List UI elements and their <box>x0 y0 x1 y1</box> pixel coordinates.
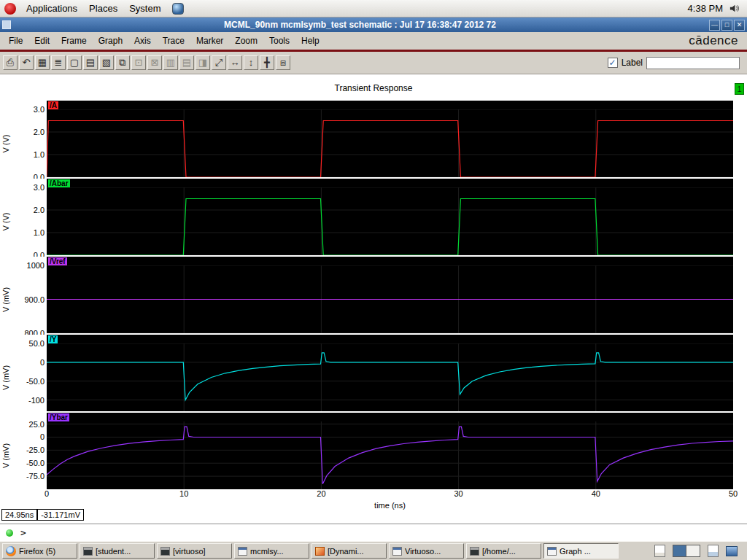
screen-icon[interactable] <box>726 546 738 556</box>
panel-right: 4:38 PM <box>688 3 743 14</box>
label-input[interactable] <box>646 57 740 69</box>
undo-icon[interactable]: ↶ <box>19 55 34 70</box>
plot-area-y[interactable]: /Y <box>47 335 733 411</box>
x-tick-label: 0 <box>44 489 49 498</box>
menu-file[interactable]: File <box>3 34 28 48</box>
menu-zoom[interactable]: Zoom <box>229 34 263 48</box>
workspace-switcher[interactable] <box>673 545 700 557</box>
overlay-mode-icon[interactable]: ▧ <box>99 55 114 70</box>
menu-frame[interactable]: Frame <box>55 34 93 48</box>
toolbar-right: ✓ Label <box>608 57 744 69</box>
cursor-y-value: -31.171mV <box>37 509 84 521</box>
trace-label-y[interactable]: /Y <box>48 335 58 343</box>
panel-menu-applications[interactable]: Applications <box>20 1 83 15</box>
system-tray <box>654 545 745 557</box>
zoom-fit-icon[interactable]: ⤢ <box>212 55 226 70</box>
grid-icon[interactable]: ▦ <box>35 55 50 70</box>
workspace-2[interactable] <box>686 545 700 556</box>
taskbar-buttons: Firefox (5)[student...[virtuoso]mcmlsy..… <box>2 543 619 559</box>
taskbar-button[interactable]: Virtuoso... <box>389 543 464 559</box>
strip-mode-icon[interactable]: ▤ <box>83 55 98 70</box>
menu-tools[interactable]: Tools <box>263 34 295 48</box>
pan-icon[interactable]: ╋ <box>260 55 274 70</box>
taskbar-button-label: [Dynami... <box>328 547 364 556</box>
redhat-menu-icon[interactable] <box>4 3 16 15</box>
plot-area-vref[interactable]: /Vref <box>47 257 733 333</box>
panel-menu-places[interactable]: Places <box>83 1 123 15</box>
y-axis-title-text: V (V) <box>1 134 10 152</box>
y-tick-label: 2.0 <box>34 206 44 214</box>
menu-marker[interactable]: Marker <box>190 34 229 48</box>
y-axis-title: V (V) <box>0 187 12 255</box>
y-axis-ybar: V (mV)25.00-25.0-50.0-75.0 <box>0 413 47 489</box>
print-icon[interactable]: ⎙ <box>3 55 18 70</box>
zoom-x-icon[interactable]: ↔ <box>228 55 242 70</box>
titlebar[interactable]: MCML_90nm mcmlsymb_test schematic : Jul … <box>0 18 747 32</box>
subwindow-icon[interactable]: ▢ <box>67 55 82 70</box>
panel-menu-system[interactable]: System <box>123 1 166 15</box>
taskbar-button[interactable]: [virtuoso] <box>157 543 232 559</box>
y-axis-title: V (mV) <box>0 265 12 333</box>
window-menus: FileEditFrameGraphAxisTraceMarkerZoomToo… <box>3 34 325 48</box>
graph-window: Transient Response 1 V (V)3.02.01.00.0/A… <box>0 74 747 524</box>
command-prompt[interactable]: > <box>20 527 26 538</box>
trace-label-ybar[interactable]: /Ybar <box>48 413 69 421</box>
x-axis-label: time (ns) <box>47 501 733 510</box>
volume-icon[interactable] <box>729 3 740 14</box>
clock[interactable]: 4:38 PM <box>688 3 723 14</box>
horiz-marker-icon[interactable]: ▤ <box>179 55 194 70</box>
snapshot-icon[interactable]: ⊡ <box>131 55 146 70</box>
vert-marker-icon[interactable]: ▥ <box>163 55 178 70</box>
panel-app-icon[interactable] <box>172 3 184 15</box>
trace-label-vref[interactable]: /Vref <box>48 257 67 265</box>
taskbar-button[interactable]: Firefox (5) <box>2 543 77 559</box>
menu-axis[interactable]: Axis <box>128 34 157 48</box>
firefox-icon <box>6 546 16 556</box>
y-axis-a: V (V)3.02.01.00.0 <box>0 101 47 177</box>
legend-icon[interactable]: ≣ <box>51 55 66 70</box>
notes-icon[interactable] <box>654 545 665 557</box>
menu-trace[interactable]: Trace <box>157 34 190 48</box>
point-marker-icon[interactable]: ◨ <box>196 55 210 70</box>
taskbar-button[interactable]: Graph ... <box>543 543 619 559</box>
taskbar: Firefox (5)[student...[virtuoso]mcmlsy..… <box>0 541 747 560</box>
y-tick-label: 50.0 <box>29 339 44 348</box>
minimize-button[interactable]: — <box>709 20 720 31</box>
page-indicator[interactable]: 1 <box>735 83 744 95</box>
taskbar-button[interactable]: mcmlsy... <box>234 543 309 559</box>
window-menu-icon[interactable] <box>2 20 11 29</box>
taskbar-button-label: Graph ... <box>560 547 591 556</box>
taskbar-button[interactable]: [Dynami... <box>311 543 387 559</box>
zoom-y-icon[interactable]: ↕ <box>244 55 258 70</box>
menu-graph[interactable]: Graph <box>93 34 128 48</box>
waveform-abar <box>47 187 733 255</box>
y-tick-label: -50.0 <box>26 459 44 467</box>
plot-area-a[interactable]: /A <box>47 101 733 177</box>
maximize-button[interactable]: □ <box>721 20 732 31</box>
plot-area-ybar[interactable]: /Ybar <box>47 413 733 489</box>
trace-label-abar[interactable]: /Abar <box>48 179 70 187</box>
status-led-icon <box>6 529 13 537</box>
label-checkbox[interactable]: ✓ <box>608 58 618 68</box>
menu-help[interactable]: Help <box>295 34 325 48</box>
y-tick-label: 25.0 <box>29 420 44 429</box>
close-button[interactable]: ✕ <box>734 20 745 31</box>
taskbar-button[interactable]: [student... <box>80 543 155 559</box>
y-axis-title: V (mV) <box>0 343 12 411</box>
y-axis-y: V (mV)50.00-50.0-100 <box>0 335 47 411</box>
y-axis-title: V (mV) <box>0 421 12 489</box>
workspace-1[interactable] <box>673 545 686 556</box>
document-icon[interactable] <box>708 545 719 557</box>
cursor-readout: 24.95ns -31.171mV <box>1 509 84 521</box>
cut-icon[interactable]: ⊠ <box>147 55 162 70</box>
copy-graph-icon[interactable]: ⧉ <box>115 55 130 70</box>
taskbar-button[interactable]: [/home/... <box>466 543 541 559</box>
y-tick-label: -50.0 <box>26 377 44 386</box>
fit-window-icon[interactable]: ⧈ <box>276 55 290 70</box>
app-icon <box>315 547 325 556</box>
y-axis-abar: V (V)3.02.01.00.0 <box>0 179 47 255</box>
menu-edit[interactable]: Edit <box>28 34 55 48</box>
trace-label-a[interactable]: /A <box>48 101 58 109</box>
panel-menus: ApplicationsPlacesSystem <box>20 1 166 15</box>
plot-area-abar[interactable]: /Abar <box>47 179 733 255</box>
